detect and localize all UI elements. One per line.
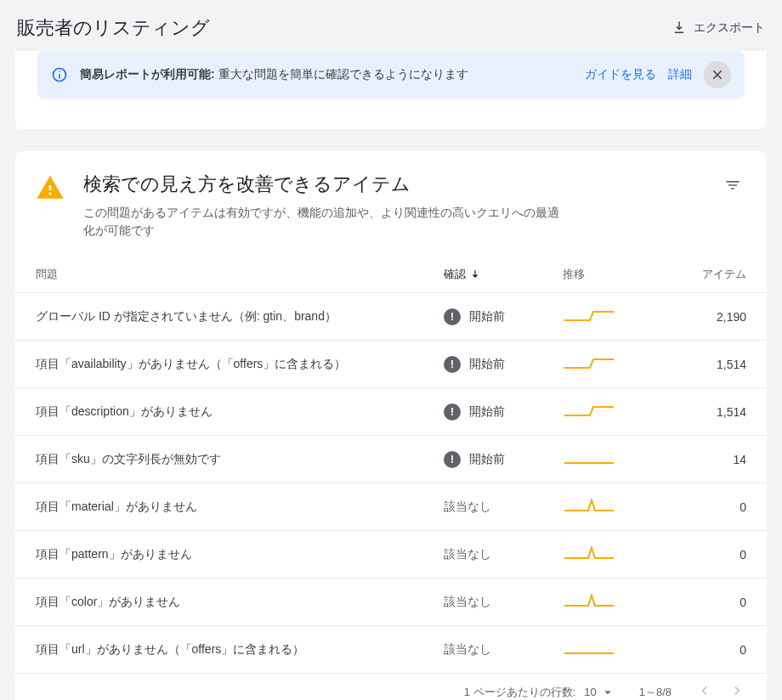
card-subtitle: この問題があるアイテムは有効ですが、機能の追加や、より関連性の高いクエリへの最適… [83,204,559,240]
next-page-button[interactable] [729,682,746,700]
issue-name: 項目「description」がありません [36,404,444,420]
warning-icon [36,173,65,202]
details-link[interactable]: 詳細 [668,67,692,82]
sparkline-icon [563,353,615,373]
items-count: 0 [673,596,746,609]
rows-per-page-value: 10 [584,686,596,698]
status-cell: !開始前 [444,356,563,373]
issue-name: 項目「material」がありません [36,500,444,515]
page-header: 販売者のリスティング エクスポート [0,0,782,51]
sparkline-icon [563,305,615,325]
issue-name: 項目「pattern」がありません [36,547,444,562]
page-size: 1 ページあたりの行数: 10 [464,685,615,700]
issues-table: 問題 確認 推移 アイテム グローバル ID が指定されていません（例: gti… [15,257,767,673]
status-cell: 該当なし [444,595,563,610]
svg-point-2 [59,71,60,72]
status-label: 開始前 [469,452,505,467]
alert-icon: ! [444,404,461,421]
table-row[interactable]: 項目「availability」がありません（「offers」に含まれる）!開始… [15,340,767,387]
table-row[interactable]: 項目「sku」の文字列長が無効です!開始前14 [15,435,767,483]
items-count: 1,514 [673,358,746,371]
status-cell: 該当なし [444,500,563,515]
items-count: 0 [673,548,746,562]
status-cell: !開始前 [444,404,563,421]
banner-container: 簡易レポートが利用可能: 重大な問題を簡単に確認できるようになります ガイドを見… [15,51,767,129]
status-label: 開始前 [469,357,505,372]
status-label: 開始前 [469,404,505,420]
table-row[interactable]: 項目「pattern」がありません該当なし0 [15,530,767,578]
rows-per-page-select[interactable]: 10 [584,685,615,700]
issue-name: 項目「availability」がありません（「offers」に含まれる） [36,357,444,372]
items-count: 0 [673,500,746,514]
sparkline-icon [563,543,615,563]
sparkline-icon [563,495,615,516]
status-cell: !開始前 [444,451,563,468]
export-button[interactable]: エクスポート [672,20,765,36]
guide-link[interactable]: ガイドを見る [585,67,656,82]
chevron-left-icon [695,682,712,699]
status-cell: 該当なし [444,642,563,658]
sparkline-icon [563,400,615,421]
trend-cell [563,448,673,471]
status-cell: !開始前 [444,308,563,325]
pagination: 1 ページあたりの行数: 10 1～8/8 [15,673,767,700]
caret-down-icon [600,685,615,700]
items-count: 1,514 [673,405,746,419]
trend-cell [563,305,673,328]
issue-name: グローバル ID が指定されていません（例: gtin、brand） [36,309,444,325]
filter-icon [724,177,741,194]
col-trend[interactable]: 推移 [563,267,673,282]
sparkline-icon [563,448,615,468]
page-nav [695,682,746,700]
alert-icon: ! [444,308,461,325]
filter-button[interactable] [719,172,746,201]
issue-name: 項目「sku」の文字列長が無効です [36,452,444,467]
table-row[interactable]: 項目「color」がありません該当なし0 [15,578,767,625]
rows-per-page-label: 1 ページあたりの行数: [464,685,575,700]
issue-name: 項目「url」がありません（「offers」に含まれる） [36,642,444,658]
status-label: 該当なし [444,642,491,658]
status-label: 該当なし [444,500,491,515]
card-title-block: 検索での見え方を改善できるアイテム この問題があるアイテムは有効ですが、機能の追… [83,172,700,240]
sort-down-icon [469,268,481,280]
col-items[interactable]: アイテム [673,267,746,282]
banner-bold: 簡易レポートが利用可能: [80,67,215,81]
sparkline-icon [563,638,615,658]
issue-name: 項目「color」がありません [36,595,444,610]
trend-cell [563,590,673,613]
col-issue[interactable]: 問題 [36,267,444,282]
trend-cell [563,400,673,423]
sparkline-icon [563,590,615,611]
download-icon [672,20,687,36]
chevron-right-icon [729,682,746,699]
banner-rest: 重大な問題を簡単に確認できるようになります [215,67,468,81]
table-header: 問題 確認 推移 アイテム [15,257,767,292]
table-row[interactable]: 項目「url」がありません（「offers」に含まれる）該当なし0 [15,625,767,673]
table-row[interactable]: 項目「description」がありません!開始前1,514 [15,387,767,435]
table-row[interactable]: グローバル ID が指定されていません（例: gtin、brand）!開始前2,… [15,292,767,340]
col-status[interactable]: 確認 [444,267,563,282]
card-header: 検索での見え方を改善できるアイテム この問題があるアイテムは有効ですが、機能の追… [15,172,767,257]
table-body: グローバル ID が指定されていません（例: gtin、brand）!開始前2,… [15,292,767,673]
items-count: 0 [673,643,746,657]
trend-cell [563,543,673,566]
banner-message: 簡易レポートが利用可能: 重大な問題を簡単に確認できるようになります [80,67,573,82]
items-count: 2,190 [673,310,746,324]
trend-cell [563,638,673,661]
close-banner-button[interactable] [704,61,731,88]
export-label: エクスポート [694,20,765,36]
status-cell: 該当なし [444,547,563,562]
table-row[interactable]: 項目「material」がありません該当なし0 [15,483,767,530]
info-banner: 簡易レポートが利用可能: 重大な問題を簡単に確認できるようになります ガイドを見… [37,51,745,99]
page-range: 1～8/8 [639,685,672,700]
issues-card: 検索での見え方を改善できるアイテム この問題があるアイテムは有効ですが、機能の追… [15,151,767,700]
close-icon [711,68,724,82]
card-title: 検索での見え方を改善できるアイテム [83,172,700,197]
alert-icon: ! [444,451,461,468]
col-status-label: 確認 [444,267,466,282]
trend-cell [563,353,673,375]
prev-page-button[interactable] [695,682,712,700]
info-icon [51,66,68,83]
page-title: 販売者のリスティング [17,15,210,41]
status-label: 該当なし [444,595,491,610]
